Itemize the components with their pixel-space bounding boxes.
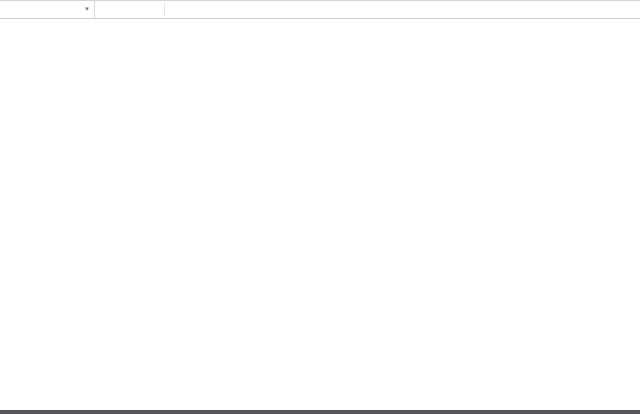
spreadsheet-grid — [0, 0, 640, 414]
status-bar-edge — [0, 410, 640, 414]
